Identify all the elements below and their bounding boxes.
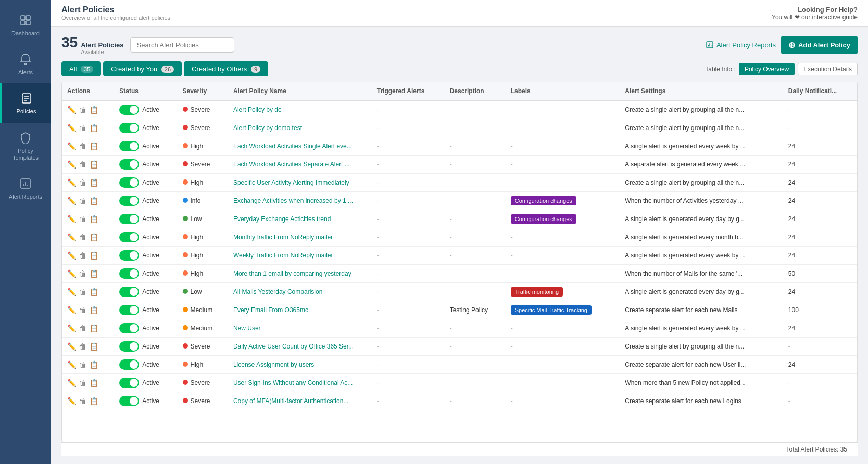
edit-icon[interactable]: ✏️ <box>67 142 76 150</box>
sidebar-item-alerts[interactable]: Alerts <box>0 44 51 83</box>
edit-icon[interactable]: ✏️ <box>67 379 76 387</box>
delete-icon[interactable]: 🗑 <box>79 106 86 114</box>
status-toggle[interactable] <box>119 287 139 297</box>
status-toggle[interactable] <box>119 305 139 315</box>
delete-icon[interactable]: 🗑 <box>79 397 86 405</box>
add-alert-policy-button[interactable]: ⊕ Add Alert Policy <box>781 36 858 54</box>
status-toggle[interactable] <box>119 159 139 170</box>
copy-icon[interactable]: 📋 <box>90 160 98 169</box>
status-toggle[interactable] <box>119 177 139 188</box>
status-toggle[interactable] <box>119 214 139 224</box>
delete-icon[interactable]: 🗑 <box>79 160 86 169</box>
tab-created-by-you[interactable]: Created by You 26 <box>103 61 182 76</box>
status-toggle[interactable] <box>119 378 139 388</box>
edit-icon[interactable]: ✏️ <box>67 124 76 132</box>
copy-icon[interactable]: 📋 <box>90 178 98 187</box>
policy-name[interactable]: Each Workload Activities Separate Alert … <box>233 161 350 168</box>
policy-name[interactable]: All Mails Yesterday Comparision <box>233 288 322 295</box>
status-toggle[interactable] <box>119 396 139 406</box>
policy-name[interactable]: MonthlyTraffic From NoReply mailer <box>233 234 333 241</box>
delete-icon[interactable]: 🗑 <box>79 342 86 351</box>
policy-name[interactable]: Every Email From O365mc <box>233 306 308 314</box>
policy-count: 35 <box>61 34 78 51</box>
copy-icon[interactable]: 📋 <box>90 379 98 387</box>
status-toggle[interactable] <box>119 359 139 370</box>
copy-icon[interactable]: 📋 <box>90 197 98 205</box>
status-toggle[interactable] <box>119 341 139 352</box>
policy-name[interactable]: Specific User Activity Alerting Immediat… <box>233 179 349 186</box>
policy-name[interactable]: Each Workload Activities Single Alert ev… <box>233 143 352 150</box>
edit-icon[interactable]: ✏️ <box>67 160 76 169</box>
edit-icon[interactable]: ✏️ <box>67 342 76 351</box>
copy-icon[interactable]: 📋 <box>90 342 98 351</box>
delete-icon[interactable]: 🗑 <box>79 324 86 332</box>
edit-icon[interactable]: ✏️ <box>67 269 76 278</box>
delete-icon[interactable]: 🗑 <box>79 360 86 369</box>
tab-all[interactable]: All 35 <box>61 61 101 76</box>
policy-name[interactable]: License Assignment by users <box>233 361 314 368</box>
status-toggle[interactable] <box>119 232 139 242</box>
policy-name[interactable]: New User <box>233 325 261 332</box>
alert-policy-reports-button[interactable]: Alert Policy Reports <box>706 41 776 49</box>
delete-icon[interactable]: 🗑 <box>79 269 86 278</box>
copy-icon[interactable]: 📋 <box>90 251 98 260</box>
copy-icon[interactable]: 📋 <box>90 106 98 114</box>
status-toggle[interactable] <box>119 105 139 115</box>
policy-name[interactable]: Copy of MFA(Multi-factor Authentication.… <box>233 397 348 405</box>
policy-name[interactable]: User Sign-Ins Without any Conditional Ac… <box>233 379 353 386</box>
edit-icon[interactable]: ✏️ <box>67 397 76 405</box>
edit-icon[interactable]: ✏️ <box>67 306 76 314</box>
policy-overview-button[interactable]: Policy Overview <box>739 63 795 75</box>
delete-icon[interactable]: 🗑 <box>79 233 86 241</box>
sidebar-item-dashboard[interactable]: Dashboard <box>0 5 51 44</box>
edit-icon[interactable]: ✏️ <box>67 324 76 332</box>
copy-icon[interactable]: 📋 <box>90 124 98 132</box>
copy-icon[interactable]: 📋 <box>90 397 98 405</box>
status-toggle[interactable] <box>119 196 139 206</box>
policy-name[interactable]: Alert Policy by demo test <box>233 124 302 132</box>
edit-icon[interactable]: ✏️ <box>67 233 76 241</box>
edit-icon[interactable]: ✏️ <box>67 215 76 223</box>
status-toggle[interactable] <box>119 268 139 279</box>
delete-icon[interactable]: 🗑 <box>79 178 86 187</box>
sidebar-item-policies[interactable]: Policies <box>0 83 51 122</box>
copy-icon[interactable]: 📋 <box>90 288 98 296</box>
search-input[interactable] <box>130 37 234 53</box>
copy-icon[interactable]: 📋 <box>90 324 98 332</box>
delete-icon[interactable]: 🗑 <box>79 306 86 314</box>
delete-icon[interactable]: 🗑 <box>79 288 86 296</box>
copy-icon[interactable]: 📋 <box>90 306 98 314</box>
edit-icon[interactable]: ✏️ <box>67 197 76 205</box>
edit-icon[interactable]: ✏️ <box>67 288 76 296</box>
sidebar-item-policy-templates[interactable]: Policy Templates <box>0 123 51 169</box>
execution-details-button[interactable]: Execution Details <box>798 63 858 75</box>
status-toggle[interactable] <box>119 123 139 133</box>
policy-name[interactable]: Daily Active User Count by Office 365 Se… <box>233 343 354 350</box>
policy-name[interactable]: Everyday Exchange Acticities trend <box>233 215 331 223</box>
copy-icon[interactable]: 📋 <box>90 215 98 223</box>
copy-icon[interactable]: 📋 <box>90 360 98 369</box>
delete-icon[interactable]: 🗑 <box>79 124 86 132</box>
edit-icon[interactable]: ✏️ <box>67 251 76 260</box>
policy-name[interactable]: More than 1 email by comparing yesterday <box>233 270 351 277</box>
delete-icon[interactable]: 🗑 <box>79 215 86 223</box>
policy-name[interactable]: Alert Policy by de <box>233 106 282 113</box>
delete-icon[interactable]: 🗑 <box>79 379 86 387</box>
delete-icon[interactable]: 🗑 <box>79 197 86 205</box>
status-toggle[interactable] <box>119 141 139 151</box>
sidebar-item-alert-reports[interactable]: Alert Reports <box>0 169 51 208</box>
delete-icon[interactable]: 🗑 <box>79 142 86 150</box>
status-toggle[interactable] <box>119 323 139 333</box>
copy-icon[interactable]: 📋 <box>90 142 98 150</box>
delete-icon[interactable]: 🗑 <box>79 251 86 260</box>
policy-name[interactable]: Weekly Traffic From NoReply mailer <box>233 252 333 259</box>
cell-alert-settings: Create a single alert by grouping all th… <box>620 338 783 356</box>
policy-name[interactable]: Exchange Activities when increased by 1 … <box>233 197 353 204</box>
edit-icon[interactable]: ✏️ <box>67 106 76 114</box>
edit-icon[interactable]: ✏️ <box>67 178 76 187</box>
tab-created-by-others[interactable]: Created by Others 9 <box>184 61 268 76</box>
copy-icon[interactable]: 📋 <box>90 269 98 278</box>
copy-icon[interactable]: 📋 <box>90 233 98 241</box>
edit-icon[interactable]: ✏️ <box>67 360 76 369</box>
status-toggle[interactable] <box>119 250 139 261</box>
